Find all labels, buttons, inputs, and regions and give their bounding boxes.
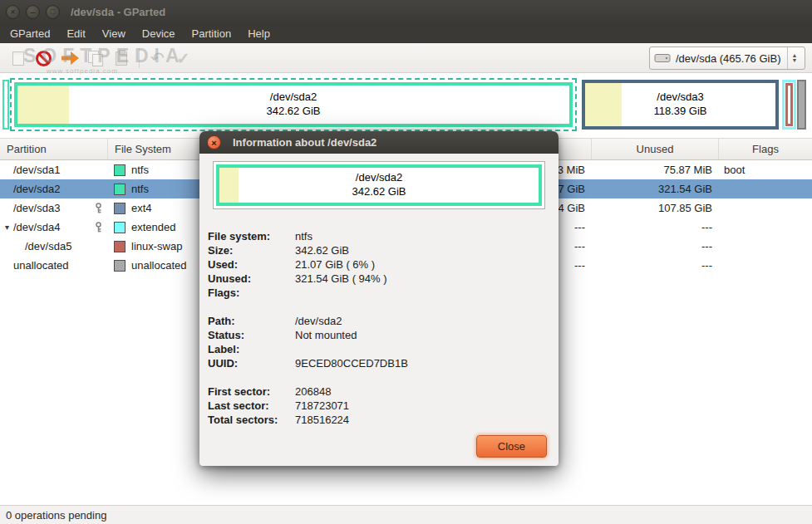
- fs-name: extended: [131, 221, 176, 233]
- expander-icon[interactable]: ▾: [2, 223, 12, 232]
- hard-drive-icon: [654, 51, 671, 65]
- fs-name: unallocated: [131, 259, 187, 272]
- copy-button[interactable]: [82, 47, 108, 70]
- paste-button[interactable]: [108, 47, 134, 70]
- new-partition-icon: [12, 51, 24, 66]
- partition-graphic-sda4-extended[interactable]: [782, 80, 796, 130]
- flags-value: [719, 198, 812, 218]
- unused-value: 321.54 GiB: [592, 179, 719, 198]
- dialog-close-button[interactable]: ×: [207, 135, 221, 149]
- fs-name: linux-swap: [131, 240, 182, 252]
- field-label: Total sectors:: [208, 414, 295, 426]
- field-label: Unused:: [208, 272, 295, 285]
- disk-visual-bar: /dev/sda2 342.62 GiB /dev/sda3 118.39 Gi…: [0, 73, 812, 138]
- fs-color-swatch: [114, 203, 125, 214]
- partition-graphic-label: /dev/sda3 118.39 GiB: [585, 83, 775, 126]
- partition-graphic-sda3[interactable]: /dev/sda3 118.39 GiB: [582, 80, 779, 130]
- resize-arrow-icon: [60, 50, 80, 66]
- apply-button[interactable]: ✓: [170, 47, 196, 70]
- minimize-button[interactable]: –: [26, 5, 40, 19]
- menubar: GParted Edit View Device Partition Help: [0, 23, 812, 43]
- close-button[interactable]: ×: [6, 5, 20, 19]
- close-icon: ×: [10, 6, 15, 18]
- undo-button[interactable]: ↶: [145, 47, 170, 70]
- dialog-titlebar[interactable]: × Information about /dev/sda2: [199, 131, 559, 154]
- titlebar[interactable]: × – □ /dev/sda - GParted: [0, 0, 812, 23]
- column-header-filesystem[interactable]: File System: [108, 139, 204, 159]
- field-value: 321.54 GiB ( 94% ): [295, 272, 387, 285]
- close-button[interactable]: Close: [476, 435, 547, 458]
- field-value: 342.62 GiB: [295, 244, 349, 257]
- field-value: /dev/sda2: [295, 315, 342, 327]
- device-selector[interactable]: /dev/sda (465.76 GiB) ▲▼: [649, 47, 805, 70]
- partition-graphic: /dev/sda2 342.62 GiB: [213, 161, 545, 209]
- fs-name: ntfs: [131, 183, 149, 195]
- unused-value: 107.85 GiB: [592, 198, 719, 218]
- menu-item-help[interactable]: Help: [239, 25, 278, 42]
- field-value: 21.07 GiB ( 6% ): [295, 258, 375, 271]
- close-icon: ×: [211, 138, 216, 148]
- menu-item-partition[interactable]: Partition: [184, 25, 240, 42]
- partition-name: /dev/sda2: [13, 183, 60, 195]
- column-header-partition[interactable]: Partition: [0, 139, 108, 159]
- field-label: First sector:: [208, 385, 295, 398]
- delete-partition-button[interactable]: [31, 47, 57, 70]
- partition-graphic-sda5[interactable]: [785, 83, 793, 126]
- partition-graphic-sda1[interactable]: [2, 80, 9, 130]
- column-header-flags[interactable]: Flags: [719, 139, 812, 159]
- flags-value: [719, 218, 812, 237]
- partition-box-sda2: /dev/sda2 342.62 GiB: [14, 82, 573, 127]
- field-value: 9ECED80CCED7DB1B: [295, 357, 408, 370]
- unused-value: 75.87 MiB: [592, 160, 719, 179]
- field-value: ntfs: [295, 230, 312, 242]
- undo-icon: ↶: [150, 50, 165, 66]
- info-dialog: × Information about /dev/sda2 /dev/sda2 …: [199, 131, 559, 466]
- unused-value: ---: [592, 256, 719, 275]
- field-value: 718723071: [295, 399, 349, 412]
- maximize-icon: □: [51, 6, 55, 18]
- field-label: Last sector:: [208, 399, 295, 412]
- field-label: Size:: [208, 244, 295, 257]
- unused-value: ---: [592, 237, 719, 256]
- field-label: Status:: [208, 329, 295, 341]
- partition-info-fields: File system:ntfs Size:342.62 GiB Used:21…: [208, 229, 559, 427]
- fs-color-swatch: [114, 184, 125, 195]
- menu-item-gparted[interactable]: GParted: [2, 25, 58, 42]
- flags-value: [719, 179, 812, 198]
- flags-value: [719, 256, 812, 275]
- menu-item-view[interactable]: View: [94, 25, 134, 42]
- fs-color-swatch: [114, 222, 125, 233]
- partition-graphic-label: /dev/sda2 342.62 GiB: [219, 168, 539, 203]
- maximize-button[interactable]: □: [46, 5, 60, 19]
- key-icon: [94, 222, 103, 233]
- statusbar: 0 operations pending: [0, 505, 812, 524]
- unused-value: ---: [592, 218, 719, 237]
- copy-icon: [88, 51, 102, 66]
- column-header-unused[interactable]: Unused: [592, 139, 719, 159]
- partition-name: /dev/sda1: [13, 164, 60, 176]
- new-partition-button[interactable]: [5, 47, 31, 70]
- fs-color-swatch: [114, 241, 125, 252]
- resize-move-button[interactable]: [57, 47, 82, 70]
- partition-graphic-unallocated[interactable]: [797, 80, 806, 130]
- partition-graphic-label: /dev/sda2 342.62 GiB: [17, 86, 569, 124]
- menu-item-device[interactable]: Device: [134, 25, 184, 42]
- dialog-title: Information about /dev/sda2: [233, 136, 376, 149]
- partition-graphic-sda2[interactable]: /dev/sda2 342.62 GiB: [10, 78, 577, 131]
- device-selector-value: /dev/sda (465.76 GiB): [676, 52, 780, 65]
- field-label: Path:: [208, 315, 295, 327]
- fs-name: ntfs: [131, 164, 149, 176]
- partition-name: /dev/sda5: [25, 240, 71, 252]
- toolbar-separator: [139, 48, 140, 68]
- partition-name: /dev/sda3: [13, 202, 60, 214]
- paste-icon: [116, 51, 127, 66]
- menu-item-edit[interactable]: Edit: [58, 25, 93, 42]
- flags-value: boot: [719, 160, 812, 179]
- window-title: /dev/sda - GParted: [71, 6, 165, 18]
- fs-color-swatch: [114, 260, 125, 272]
- field-value: 718516224: [295, 414, 349, 426]
- spinner-arrows-icon[interactable]: ▲▼: [787, 47, 800, 69]
- field-label: Flags:: [208, 286, 295, 299]
- fs-name: ext4: [131, 202, 152, 214]
- fs-color-swatch: [114, 164, 125, 176]
